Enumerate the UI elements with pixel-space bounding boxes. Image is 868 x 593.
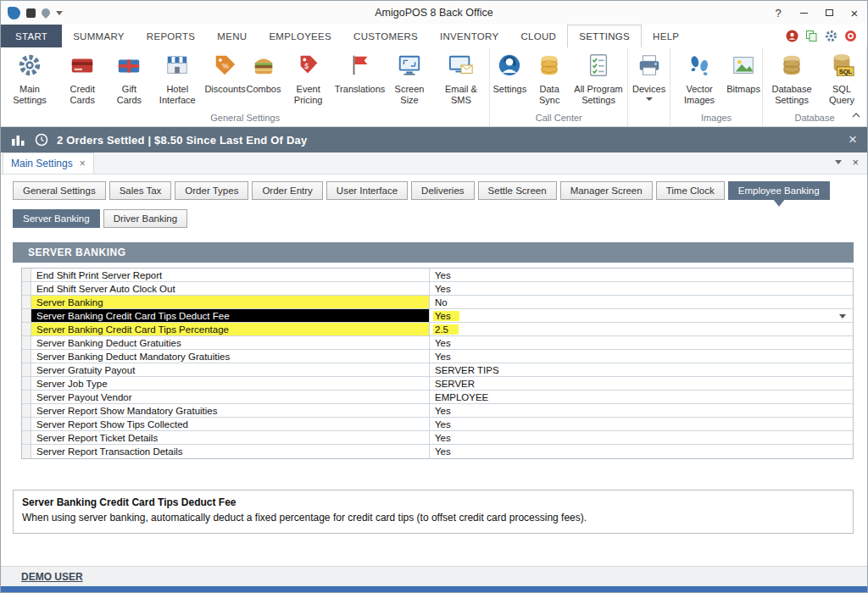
- ribbon-button-bitmaps[interactable]: Bitmaps: [726, 49, 760, 95]
- tab-employee-banking[interactable]: Employee Banking: [728, 181, 830, 200]
- close-document-icon[interactable]: ×: [852, 156, 859, 169]
- table-row-server-banking-deduct-gratuities[interactable]: Server Banking Deduct GratuitiesYes: [22, 336, 853, 350]
- tab-driver-banking[interactable]: Driver Banking: [103, 209, 187, 228]
- menu-tab-cloud[interactable]: CLOUD: [509, 25, 567, 47]
- quick-access-toolbar: [1, 7, 63, 19]
- menu-tab-start[interactable]: START: [1, 25, 62, 47]
- ribbon-button-database-settings[interactable]: Database Settings: [765, 49, 819, 105]
- menu-tab-inventory[interactable]: INVENTORY: [429, 25, 509, 47]
- alert-close-icon[interactable]: ×: [849, 131, 857, 148]
- ribbon-button-settings[interactable]: Settings: [492, 49, 527, 95]
- gear-icon[interactable]: [825, 30, 837, 42]
- row-gutter: [22, 296, 31, 308]
- ribbon-button-combos[interactable]: Combos: [246, 49, 281, 95]
- table-row-server-report-show-tips-collected[interactable]: Server Report Show Tips CollectedYes: [22, 418, 853, 431]
- ribbon-button-gift-cards[interactable]: Gift Cards: [108, 49, 151, 105]
- ribbon-button-label: All Program Settings: [574, 84, 623, 105]
- setting-value[interactable]: Yes: [430, 431, 853, 444]
- tab-close-icon[interactable]: ×: [80, 158, 86, 169]
- setting-value[interactable]: No: [430, 296, 853, 308]
- ribbon-collapse-button[interactable]: [852, 107, 860, 122]
- setting-value[interactable]: Yes: [430, 336, 853, 349]
- gift-card-icon: [116, 53, 142, 81]
- help-button[interactable]: ?: [765, 2, 791, 25]
- menu-tab-reports[interactable]: REPORTS: [136, 25, 206, 47]
- ribbon-button-data-sync[interactable]: Data Sync: [527, 49, 571, 105]
- tab-deliveries[interactable]: Deliveries: [411, 181, 475, 200]
- setting-name: Server Banking Deduct Gratuities: [31, 336, 430, 349]
- ribbon-button-label: SQL Query: [821, 84, 862, 105]
- setting-value[interactable]: Yes: [430, 269, 853, 281]
- ribbon-button-vector-images[interactable]: Vector Images: [672, 49, 726, 105]
- tab-general-settings[interactable]: General Settings: [13, 181, 106, 200]
- tab-user-interface[interactable]: User Interface: [326, 181, 408, 200]
- ribbon-button-discounts[interactable]: %Discounts: [204, 49, 246, 95]
- ribbon-button-screen-size[interactable]: Screen Size: [385, 49, 434, 105]
- menu-tab-settings[interactable]: SETTINGS: [567, 25, 642, 47]
- table-row-server-report-show-mandatory-gratuities[interactable]: Server Report Show Mandatory GratuitiesY…: [22, 404, 853, 418]
- tab-order-types[interactable]: Order Types: [175, 181, 248, 200]
- pin-icon[interactable]: [40, 7, 52, 19]
- tab-settle-screen[interactable]: Settle Screen: [478, 181, 557, 200]
- row-gutter: [22, 269, 31, 281]
- row-gutter: [22, 336, 31, 349]
- ribbon-group-name: [630, 122, 668, 126]
- table-row-server-report-transaction-details[interactable]: Server Report Transaction DetailsYes: [22, 445, 853, 458]
- setting-value[interactable]: SERVER: [430, 377, 853, 390]
- ribbon-button-translations[interactable]: Translations: [335, 49, 385, 95]
- tab-list-dropdown-icon[interactable]: [835, 160, 842, 164]
- theme-icon[interactable]: [26, 8, 36, 18]
- table-row-server-banking-deduct-mandatory-gratuities[interactable]: Server Banking Deduct Mandatory Gratuiti…: [22, 350, 853, 363]
- table-row-server-gratuity-payout[interactable]: Server Gratuity PayoutSERVER TIPS: [22, 363, 853, 377]
- tab-sales-tax[interactable]: Sales Tax: [109, 181, 172, 200]
- user-lock-icon[interactable]: [786, 30, 798, 42]
- tab-time-clock[interactable]: Time Clock: [656, 181, 725, 200]
- maximize-button[interactable]: [816, 2, 842, 25]
- target-icon[interactable]: [844, 30, 857, 42]
- setting-value[interactable]: Yes: [430, 309, 853, 322]
- setting-value[interactable]: Yes: [430, 445, 853, 458]
- setting-value[interactable]: SERVER TIPS: [430, 363, 853, 376]
- menu-tab-summary[interactable]: SUMMARY: [62, 25, 136, 47]
- table-row-server-job-type[interactable]: Server Job TypeSERVER: [22, 377, 853, 391]
- ribbon-button-hotel-interface[interactable]: Hotel Interface: [150, 49, 204, 105]
- document-tab-main-settings[interactable]: Main Settings ×: [3, 152, 94, 174]
- table-row-server-banking-credit-card-tips-percentage[interactable]: Server Banking Credit Card Tips Percenta…: [22, 323, 853, 336]
- close-button[interactable]: ×: [842, 2, 867, 25]
- ribbon-button-event-pricing[interactable]: $Event Pricing: [281, 49, 335, 105]
- chevron-down-icon[interactable]: [56, 11, 63, 15]
- copy-window-icon[interactable]: [805, 30, 818, 42]
- ribbon-button-sql-query[interactable]: SQLSQL Query: [819, 49, 865, 105]
- menu-tab-employees[interactable]: EMPLOYEES: [258, 25, 342, 47]
- ribbon-button-devices[interactable]: Devices: [630, 49, 668, 101]
- ribbon-tab-bar: STARTSUMMARYREPORTSMENUEMPLOYEESCUSTOMER…: [1, 25, 867, 47]
- setting-value[interactable]: 2.5: [430, 323, 853, 335]
- ribbon-button-all-program-settings[interactable]: All Program Settings: [571, 49, 626, 105]
- svg-text:$: $: [304, 62, 309, 70]
- table-row-server-payout-vendor[interactable]: Server Payout VendorEMPLOYEE: [22, 391, 853, 404]
- tab-manager-screen[interactable]: Manager Screen: [560, 181, 653, 200]
- tab-server-banking[interactable]: Server Banking: [13, 209, 100, 228]
- table-row-end-shift-print-server-report[interactable]: End Shift Print Server ReportYes: [22, 269, 853, 282]
- setting-value[interactable]: Yes: [430, 282, 853, 295]
- table-row-server-report-ticket-details[interactable]: Server Report Ticket DetailsYes: [22, 431, 853, 445]
- table-row-end-shift-server-auto-clock-out[interactable]: End Shift Server Auto Clock OutYes: [22, 282, 853, 296]
- tab-order-entry[interactable]: Order Entry: [252, 181, 322, 200]
- minimize-button[interactable]: [791, 2, 816, 25]
- ribbon-button-main-settings[interactable]: Main Settings: [3, 49, 57, 105]
- menu-tab-customers[interactable]: CUSTOMERS: [342, 25, 429, 47]
- ribbon-button-email-sms[interactable]: Email & SMS: [434, 49, 487, 105]
- current-user-link[interactable]: DEMO USER: [21, 571, 83, 583]
- table-row-server-banking-credit-card-tips-deduct-fee[interactable]: Server Banking Credit Card Tips Deduct F…: [22, 309, 853, 323]
- settings-table: End Shift Print Server ReportYesEnd Shif…: [21, 268, 854, 459]
- setting-value[interactable]: Yes: [430, 404, 853, 417]
- setting-value[interactable]: Yes: [430, 350, 853, 363]
- ribbon-button-credit-cards[interactable]: Credit Cards: [57, 49, 108, 105]
- table-row-server-banking[interactable]: Server BankingNo: [22, 296, 853, 309]
- setting-value[interactable]: EMPLOYEE: [430, 391, 853, 403]
- dropdown-caret-icon[interactable]: [839, 314, 846, 319]
- clock-icon[interactable]: [35, 133, 48, 147]
- menu-tab-menu[interactable]: MENU: [206, 25, 258, 47]
- setting-value[interactable]: Yes: [430, 418, 853, 430]
- menu-tab-help[interactable]: HELP: [642, 25, 690, 47]
